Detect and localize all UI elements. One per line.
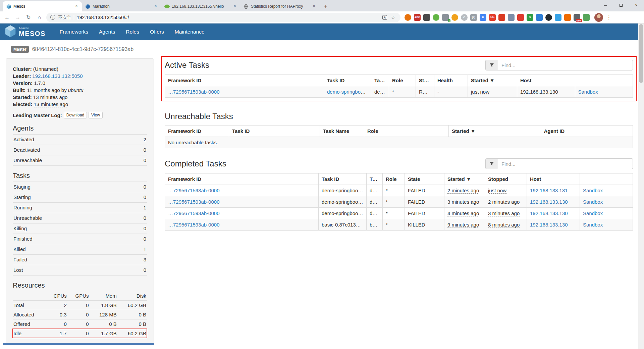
column-header[interactable]: State (405, 173, 444, 185)
tab-spring-hello[interactable]: 192.168.133.131:31657/hello × (161, 1, 240, 11)
framework-id-link[interactable]: …7295671593ab-0000 (168, 188, 219, 193)
tab-close-icon[interactable]: × (74, 4, 79, 9)
sandbox-link[interactable]: Sandbox (583, 210, 603, 216)
back-icon[interactable]: ← (2, 12, 12, 22)
host-link[interactable]: 192.168.133.131 (530, 188, 568, 193)
forward-icon[interactable]: → (13, 12, 23, 22)
extension-icon[interactable] (536, 14, 543, 21)
url-text[interactable]: 192.168.133.132:5050/#/ (77, 15, 380, 20)
extension-icon[interactable]: (≡) (470, 14, 477, 21)
column-header[interactable]: Agent ID (541, 126, 633, 137)
column-header[interactable]: Role (364, 126, 449, 137)
active-find-input[interactable] (498, 60, 633, 70)
column-header[interactable]: Task Name (371, 75, 389, 86)
column-header[interactable]: Task ID (229, 126, 320, 137)
translate-icon[interactable]: A (382, 15, 387, 20)
column-header[interactable] (580, 173, 633, 185)
column-header[interactable]: Role (383, 173, 405, 185)
tab-close-icon[interactable]: × (153, 4, 158, 9)
vertical-scrollbar[interactable] (638, 23, 644, 349)
extension-icon[interactable] (451, 14, 458, 21)
host-link[interactable]: 192.168.133.130 (530, 199, 568, 205)
extension-icon[interactable] (423, 14, 430, 21)
column-header[interactable]: Task ID (319, 173, 367, 185)
column-header[interactable]: Task Name (320, 126, 364, 137)
extension-icon[interactable]: 99+ (489, 14, 496, 21)
extension-icon[interactable]: ABP (414, 14, 421, 21)
column-header[interactable]: Started ▼ (468, 75, 517, 86)
column-header[interactable]: Started ▼ (449, 126, 541, 137)
minimize-button[interactable]: ─ (598, 0, 613, 11)
extension-icon[interactable] (583, 14, 590, 21)
tab-close-icon[interactable]: × (311, 4, 317, 9)
close-button[interactable]: × (629, 0, 644, 11)
filter-icon[interactable] (485, 60, 498, 70)
browser-menu-icon[interactable]: ⋮ (606, 14, 611, 20)
column-header[interactable]: Task ID (324, 75, 371, 86)
column-header[interactable]: Host (527, 173, 580, 185)
info-icon[interactable]: i (50, 15, 55, 20)
column-header[interactable]: Framework ID (165, 126, 229, 137)
view-log-button[interactable]: View (89, 112, 103, 118)
column-header[interactable]: Health (434, 75, 468, 86)
column-header[interactable]: Started ▼ (444, 173, 485, 185)
mesos-brand[interactable]: Apache MESOS (5, 25, 46, 39)
horizontal-scrollbar[interactable] (3, 343, 154, 345)
tab-haproxy[interactable]: Statistics Report for HAProxy × (240, 1, 319, 11)
column-header[interactable]: Host (517, 75, 575, 86)
refresh-icon[interactable]: ↻ (23, 12, 34, 22)
extension-icon[interactable] (508, 14, 515, 21)
extension-icon[interactable] (545, 14, 552, 21)
profile-avatar[interactable] (594, 13, 603, 22)
column-header[interactable]: Framework ID (165, 75, 324, 86)
unreachable-tasks-title: Unreachable Tasks (165, 112, 233, 121)
column-header[interactable]: State (416, 75, 434, 86)
nav-item[interactable]: Roles (120, 23, 145, 40)
framework-id-link[interactable]: …7295671593ab-0000 (168, 199, 219, 205)
new-tab-button[interactable]: + (321, 2, 330, 11)
leader-link[interactable]: 192.168.133.132:5050 (32, 73, 83, 79)
nav-item[interactable]: Maintenance (169, 23, 210, 40)
column-header[interactable]: Task Name (367, 173, 383, 185)
download-log-button[interactable]: Download (64, 112, 87, 118)
nav-item[interactable]: Offers (145, 23, 169, 40)
column-header[interactable]: Stopped (485, 173, 527, 185)
host-link[interactable]: 192.168.133.130 (530, 210, 568, 216)
maximize-button[interactable] (613, 0, 629, 11)
framework-id-link[interactable]: …7295671593ab-0000 (168, 210, 219, 216)
extension-icon[interactable] (405, 14, 411, 21)
nav-item[interactable]: Agents (94, 23, 120, 40)
extension-icon[interactable]: B (480, 14, 486, 21)
sandbox-link[interactable]: Sandbox (583, 222, 603, 228)
bookmark-star-icon[interactable]: ☆ (390, 15, 396, 20)
column-header[interactable] (575, 75, 633, 86)
task-id-link[interactable]: demo-springboot.b217f610-c1a5-11e9-aaf9-… (327, 89, 371, 95)
extension-icon[interactable]: New (574, 14, 580, 21)
extension-icon[interactable]: 1 (442, 14, 449, 21)
sandbox-link[interactable]: Sandbox (578, 89, 598, 95)
extension-icon[interactable] (517, 14, 524, 21)
nav-item[interactable]: Frameworks (54, 23, 94, 40)
tab-close-icon[interactable]: × (232, 4, 237, 9)
host-link[interactable]: 192.168.133.130 (530, 222, 568, 228)
extension-icon[interactable]: S (527, 14, 533, 21)
home-icon[interactable]: ⌂ (34, 12, 44, 22)
framework-id-link[interactable]: …7295671593ab-0000 (168, 89, 219, 95)
extension-icon[interactable] (498, 14, 505, 21)
address-bar[interactable]: i 不安全 192.168.133.132:5050/#/ A ☆ (46, 13, 400, 22)
column-header[interactable]: Framework ID (165, 173, 319, 185)
tab-mesos[interactable]: Mesos × (3, 1, 82, 11)
extension-icon[interactable] (555, 14, 561, 21)
extension-icon[interactable] (433, 14, 439, 21)
scrollbar-thumb[interactable] (639, 24, 643, 83)
tab-marathon[interactable]: Marathon × (82, 1, 161, 11)
tasks-heading: Tasks (13, 172, 147, 180)
extension-icon[interactable] (564, 14, 571, 21)
sandbox-link[interactable]: Sandbox (583, 188, 603, 193)
extension-icon[interactable]: C (461, 14, 468, 21)
framework-id-link[interactable]: …7295671593ab-0000 (168, 222, 219, 228)
filter-icon[interactable] (485, 158, 498, 169)
column-header[interactable]: Role (389, 75, 416, 86)
sandbox-link[interactable]: Sandbox (583, 199, 603, 205)
completed-find-input[interactable] (498, 158, 633, 169)
